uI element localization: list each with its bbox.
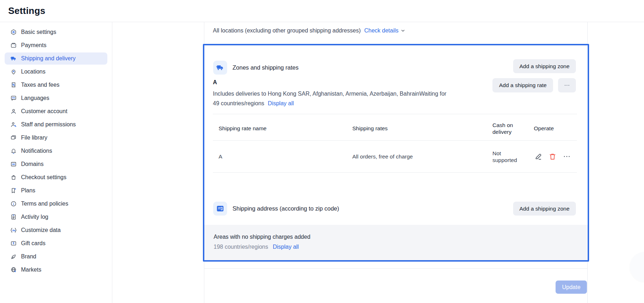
notifications-bell-icon	[10, 148, 17, 154]
divider	[213, 172, 577, 173]
rate-detail-cell: All orders, free of charge	[352, 153, 492, 160]
sidebar-item-label: Gift cards	[21, 240, 45, 247]
no-charge-areas-count: 198 countries/regions	[214, 244, 268, 250]
rate-name-cell: A	[219, 153, 352, 160]
sidebar-item-file-library[interactable]: File library	[5, 132, 107, 144]
sidebar-item-label: Staff and permissions	[21, 121, 76, 128]
sidebar-item-label: Brand	[21, 253, 36, 260]
sidebar-item-payments[interactable]: Payments	[5, 39, 107, 51]
zones-truck-icon	[213, 61, 227, 75]
markets-globe-icon	[10, 267, 17, 273]
zone-description-line2: 49 countries/regions	[213, 100, 264, 106]
sidebar-item-label: Domains	[21, 161, 44, 167]
add-shipping-rate-button[interactable]: Add a shipping rate	[492, 78, 553, 92]
sidebar-item-label: Notifications	[21, 148, 52, 154]
sidebar-item-label: Languages	[21, 95, 49, 101]
column-cash-on-delivery: Cash on delivery	[492, 122, 518, 135]
sidebar-item-shipping-and-delivery[interactable]: Shipping and delivery	[5, 52, 107, 65]
page-header: Settings	[0, 0, 644, 22]
sidebar-item-checkout-settings[interactable]: Checkout settings	[5, 171, 107, 183]
sidebar-item-customize-data[interactable]: Aa Customize data	[5, 224, 107, 236]
sidebar-item-gift-cards[interactable]: Gift cards	[5, 237, 107, 249]
sidebar-item-label: Markets	[21, 267, 41, 273]
add-shipping-zone-button-2[interactable]: Add a shipping zone	[513, 202, 576, 216]
address-card-icon	[213, 202, 227, 216]
sidebar-item-label: File library	[21, 135, 47, 141]
sidebar-item-staff-and-permissions[interactable]: Staff and permissions	[5, 118, 107, 131]
column-shipping-rates: Shipping rates	[352, 125, 492, 132]
check-details-link[interactable]: Check details	[364, 27, 398, 34]
column-operate: Operate	[534, 125, 577, 132]
rates-table-row: A All orders, free of charge Not support…	[219, 141, 577, 172]
svg-text:Aa: Aa	[12, 229, 15, 232]
divider	[213, 114, 577, 114]
sidebar-item-locations[interactable]: Locations	[5, 66, 107, 78]
sidebar-item-label: Activity log	[21, 214, 48, 220]
sidebar-item-label: Taxes and fees	[21, 82, 60, 88]
chevron-down-icon[interactable]	[400, 28, 406, 34]
sidebar-item-notifications[interactable]: Notifications	[5, 145, 107, 157]
locations-summary-text: All locations (excluding other grouped s…	[213, 27, 361, 34]
sidebar-item-label: Basic settings	[21, 29, 56, 35]
customer-account-icon	[10, 108, 17, 115]
zone-description: Includes deliveries to Hong Kong SAR, Af…	[213, 89, 502, 108]
terms-info-icon	[10, 201, 17, 207]
column-shipping-rate-name: Shipping rate name	[219, 125, 352, 132]
address-section-title: Shipping address (according to zip code)	[232, 205, 339, 212]
page-title: Settings	[8, 5, 45, 16]
zone-more-button[interactable]	[558, 78, 576, 92]
checkout-bag-icon	[10, 174, 17, 181]
operate-cell	[534, 152, 577, 161]
rates-table-header: Shipping rate name Shipping rates Cash o…	[219, 117, 577, 140]
file-library-icon	[10, 135, 17, 141]
payments-icon	[10, 42, 17, 49]
sidebar-item-basic-settings[interactable]: Basic settings	[5, 26, 107, 38]
shipping-settings-panel: All locations (excluding other grouped s…	[204, 22, 588, 303]
zones-section-header: Zones and shipping rates	[213, 61, 298, 75]
shipping-zones-selection-box: Zones and shipping rates Add a shipping …	[203, 44, 589, 262]
svg-text:EN: EN	[12, 97, 15, 99]
plans-icon	[10, 187, 17, 194]
brand-icon	[10, 253, 17, 260]
sidebar-item-label: Customize data	[21, 227, 61, 233]
sidebar-item-domains[interactable]: Domains	[5, 158, 107, 170]
settings-sidebar: Basic settings Payments Shipping and del…	[0, 22, 112, 303]
sidebar-item-label: Payments	[21, 42, 46, 49]
gift-cards-icon	[10, 240, 17, 247]
areas-display-all-link[interactable]: Display all	[273, 244, 299, 250]
zones-section-title: Zones and shipping rates	[232, 64, 298, 71]
languages-icon: EN	[10, 95, 17, 101]
zone-name: A	[213, 79, 217, 86]
locations-summary-row: All locations (excluding other grouped s…	[204, 22, 587, 34]
domains-icon	[10, 161, 17, 167]
sidebar-item-plans[interactable]: Plans	[5, 185, 107, 197]
sidebar-item-brand[interactable]: Brand	[5, 251, 107, 263]
delete-trash-icon[interactable]	[548, 152, 557, 161]
divider	[204, 268, 587, 269]
no-charge-areas-count-row: 198 countries/regionsDisplay all	[214, 244, 588, 250]
zone-actions: Add a shipping rate	[492, 78, 576, 92]
address-section-header: Shipping address (according to zip code)	[213, 202, 339, 216]
edit-pencil-icon[interactable]	[534, 152, 542, 161]
sidebar-item-label: Terms and policies	[21, 201, 68, 207]
cod-cell: Not supported	[492, 150, 522, 163]
sidebar-item-label: Checkout settings	[21, 174, 66, 181]
sidebar-item-label: Customer account	[21, 108, 67, 115]
sidebar-item-label: Plans	[21, 187, 35, 194]
sidebar-item-activity-log[interactable]: Activity log	[5, 211, 107, 223]
sidebar-item-languages[interactable]: EN Languages	[5, 92, 107, 104]
locations-pin-icon	[10, 69, 17, 75]
shipping-truck-icon	[10, 55, 17, 62]
sidebar-item-terms-and-policies[interactable]: Terms and policies	[5, 198, 107, 210]
update-button[interactable]: Update	[556, 281, 587, 294]
add-shipping-zone-button[interactable]: Add a shipping zone	[513, 59, 576, 73]
row-more-icon[interactable]	[562, 152, 571, 161]
zone-display-all-link[interactable]: Display all	[268, 100, 294, 106]
no-charge-areas-title: Areas with no shipping charges added	[214, 234, 588, 240]
staff-permissions-icon	[10, 121, 17, 128]
zone-description-line1: Includes deliveries to Hong Kong SAR, Af…	[213, 91, 446, 97]
activity-log-icon	[10, 214, 17, 220]
sidebar-item-customer-account[interactable]: Customer account	[5, 105, 107, 117]
sidebar-item-markets[interactable]: Markets	[5, 264, 107, 276]
sidebar-item-taxes-and-fees[interactable]: Taxes and fees	[5, 79, 107, 91]
